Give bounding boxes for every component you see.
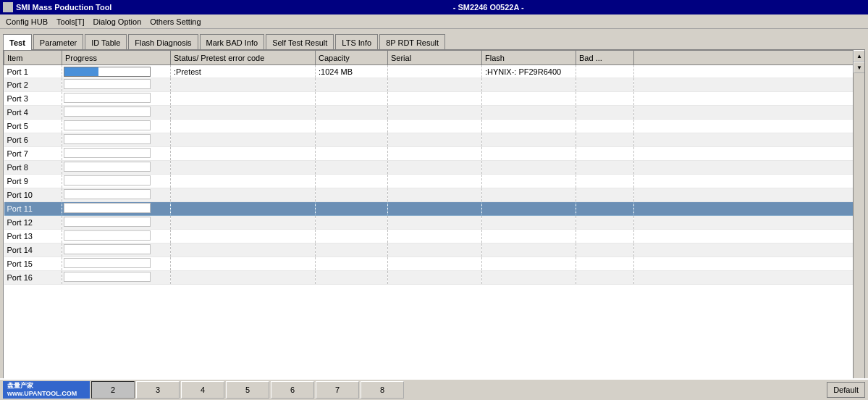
tab-self-test-result[interactable]: Self Test Result — [266, 34, 334, 50]
cell-flash — [482, 120, 576, 133]
cell-bad — [576, 230, 634, 243]
table-row[interactable]: Port 10 — [4, 188, 864, 202]
taskbar-logo: 盘量产家www.UPANTOOL.COM — [3, 381, 90, 399]
cell-item: Port 3 — [4, 92, 62, 106]
title-bar: SMI Mass Poduction Tool - SM2246 O0522A … — [0, 0, 868, 14]
progress-bar-empty — [64, 258, 151, 268]
table-row[interactable]: Port 16 — [4, 271, 864, 285]
menu-others-setting[interactable]: Others Setting — [146, 16, 205, 28]
cell-flash — [482, 92, 576, 106]
cell-serial — [388, 175, 482, 188]
cell-status — [171, 92, 316, 106]
table-row[interactable]: Port 13 — [4, 230, 864, 243]
cell-bad — [576, 271, 634, 285]
table-row[interactable]: Port 11 — [4, 202, 864, 216]
col-header-item: Item — [4, 51, 62, 65]
cell-item: Port 10 — [4, 188, 62, 202]
cell-serial — [388, 257, 482, 271]
menu-config-hub[interactable]: Config HUB — [1, 16, 52, 28]
table-row[interactable]: Port 1:Pretest:1024 MB:HYNIX-: PF29R6400 — [4, 65, 864, 78]
cell-capacity — [316, 161, 388, 175]
progress-bar-empty — [64, 93, 151, 103]
tab-lts-info[interactable]: LTS Info — [335, 34, 378, 50]
cell-flash — [482, 106, 576, 120]
menu-tools[interactable]: Tools[T] — [52, 16, 89, 28]
scroll-down-btn[interactable]: ▼ — [854, 62, 865, 73]
cell-item: Port 14 — [4, 243, 62, 257]
cell-progress — [62, 147, 171, 161]
title-center: - SM2246 O0522A - — [111, 3, 865, 12]
progress-bar-empty — [64, 230, 151, 241]
tab-test[interactable]: Test — [3, 34, 32, 50]
menu-dialog-option[interactable]: Dialog Option — [89, 16, 146, 28]
cell-rest — [634, 216, 864, 230]
table-row[interactable]: Port 9 — [4, 175, 864, 188]
cell-serial — [388, 65, 482, 78]
cell-capacity — [316, 175, 388, 188]
taskbar-btn-5[interactable]: 5 — [226, 381, 269, 399]
scroll-up-btn[interactable]: ▲ — [854, 50, 865, 62]
tab-bar: Test Parameter ID Table Flash Diagnosis … — [0, 29, 868, 49]
cell-rest — [634, 202, 864, 216]
cell-rest — [634, 188, 864, 202]
cell-status — [171, 147, 316, 161]
taskbar-btn-8[interactable]: 8 — [361, 381, 404, 399]
taskbar-btn-4[interactable]: 4 — [181, 381, 224, 399]
taskbar-btn-2[interactable]: 2 — [91, 381, 135, 399]
table-row[interactable]: Port 4 — [4, 106, 864, 120]
progress-bar-empty — [64, 244, 151, 254]
cell-serial — [388, 188, 482, 202]
taskbar-btn-7[interactable]: 7 — [316, 381, 359, 399]
cell-progress — [62, 257, 171, 271]
cell-progress — [62, 106, 171, 120]
tab-8p-rdt-result[interactable]: 8P RDT Result — [379, 34, 445, 50]
cell-item: Port 6 — [4, 133, 62, 147]
table-row[interactable]: Port 15 — [4, 257, 864, 271]
cell-serial — [388, 216, 482, 230]
table-row[interactable]: Port 5 — [4, 120, 864, 133]
taskbar-btn-6[interactable]: 6 — [271, 381, 314, 399]
col-header-status: Status/ Pretest error code — [171, 51, 316, 65]
cell-progress — [62, 65, 171, 78]
cell-capacity — [316, 216, 388, 230]
cell-serial — [388, 271, 482, 285]
tab-flash-diagnosis[interactable]: Flash Diagnosis — [128, 34, 198, 50]
col-header-progress: Progress — [62, 51, 171, 65]
table-row[interactable]: Port 3 — [4, 92, 864, 106]
progress-bar-empty — [64, 217, 151, 227]
scrollbar[interactable]: ▲ ▼ — [853, 50, 864, 388]
table-row[interactable]: Port 2 — [4, 78, 864, 92]
cell-flash — [482, 216, 576, 230]
cell-item: Port 9 — [4, 175, 62, 188]
progress-bar-empty — [64, 175, 151, 186]
cell-rest — [634, 78, 864, 92]
cell-status — [171, 230, 316, 243]
table-row[interactable]: Port 14 — [4, 243, 864, 257]
cell-bad — [576, 106, 634, 120]
tab-mark-bad-info[interactable]: Mark BAD Info — [200, 34, 265, 50]
cell-item: Port 7 — [4, 147, 62, 161]
table-row[interactable]: Port 6 — [4, 133, 864, 147]
taskbar-btn-3[interactable]: 3 — [136, 381, 180, 399]
cell-rest — [634, 65, 864, 78]
cell-bad — [576, 92, 634, 106]
cell-status — [171, 161, 316, 175]
cell-item: Port 13 — [4, 230, 62, 243]
cell-capacity — [316, 133, 388, 147]
cell-capacity — [316, 188, 388, 202]
cell-item: Port 2 — [4, 78, 62, 92]
table-row[interactable]: Port 8 — [4, 161, 864, 175]
cell-flash: :HYNIX-: PF29R6400 — [482, 65, 576, 78]
table-row[interactable]: Port 7 — [4, 147, 864, 161]
tab-id-table[interactable]: ID Table — [85, 34, 127, 50]
cell-bad — [576, 161, 634, 175]
table-row[interactable]: Port 12 — [4, 216, 864, 230]
cell-status — [171, 175, 316, 188]
cell-item: Port 12 — [4, 216, 62, 230]
data-table: Item Progress Status/ Pretest error code… — [4, 50, 864, 285]
cell-capacity — [316, 202, 388, 216]
cell-flash — [482, 133, 576, 147]
progress-bar-empty — [64, 79, 151, 89]
tab-parameter[interactable]: Parameter — [33, 34, 83, 50]
cell-capacity — [316, 106, 388, 120]
